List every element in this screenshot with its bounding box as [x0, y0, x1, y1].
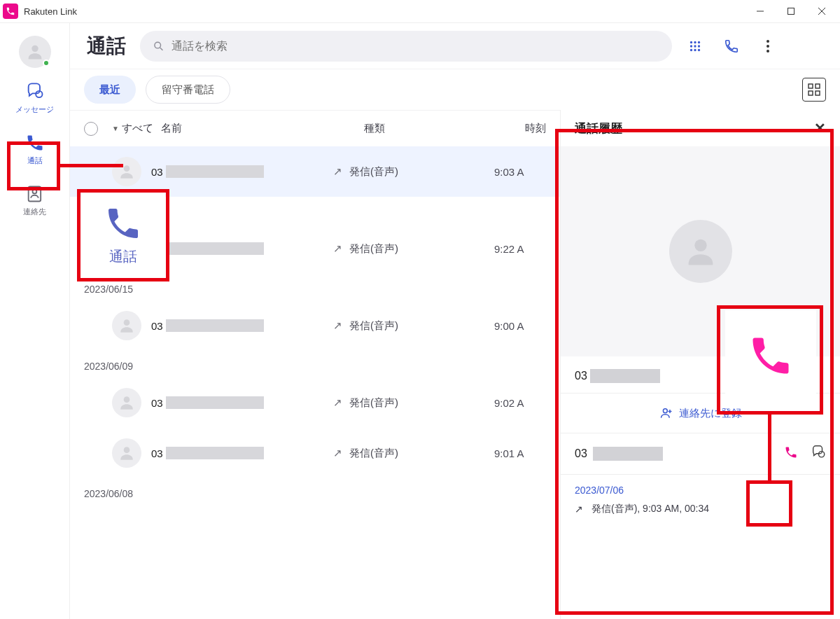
- redacted-number: [590, 369, 660, 383]
- main-panel: 通話 最近 留守番電話 ▼すべて: [70, 23, 840, 619]
- call-time: 9:22 A: [494, 243, 543, 255]
- chat-action-button[interactable]: [811, 445, 826, 463]
- svg-point-18: [698, 48, 700, 50]
- nav-contacts[interactable]: 連絡先: [10, 179, 60, 221]
- annotation-enlarged-call-icon: [725, 310, 816, 401]
- svg-point-23: [124, 165, 130, 172]
- tab-recent[interactable]: 最近: [84, 76, 136, 104]
- window-minimize-button[interactable]: [745, 0, 776, 22]
- svg-point-27: [124, 447, 130, 453]
- redacted-number: [166, 447, 264, 459]
- redacted-number: [166, 165, 264, 178]
- presence-dot-icon: [43, 60, 50, 67]
- detail-log: 2023/07/06 ↗ 発信(音声), 9:03 AM, 00:34: [561, 475, 840, 525]
- log-date: 2023/07/06: [575, 485, 826, 496]
- window-close-button[interactable]: [806, 0, 837, 22]
- search-input[interactable]: [172, 40, 659, 53]
- svg-point-15: [698, 45, 700, 47]
- svg-point-12: [698, 41, 700, 43]
- annotation-enlarged-nav-badge: 通話: [81, 193, 165, 277]
- svg-point-11: [694, 41, 696, 43]
- col-header-name: 名前: [161, 122, 364, 135]
- svg-point-4: [31, 46, 38, 52]
- col-header-type: 種類: [364, 122, 525, 135]
- call-number-prefix: 03: [151, 447, 163, 459]
- svg-point-28: [694, 239, 706, 251]
- call-time: 9:00 A: [494, 320, 543, 332]
- contact-avatar-icon: [112, 388, 141, 417]
- svg-rect-21: [808, 91, 813, 95]
- tab-voicemail[interactable]: 留守番電話: [146, 76, 230, 104]
- svg-point-26: [124, 396, 130, 403]
- dialpad-button[interactable]: [686, 37, 704, 55]
- contacts-icon: [25, 184, 45, 204]
- svg-point-25: [124, 319, 130, 326]
- app-icon: [3, 4, 18, 19]
- phone-icon: [104, 204, 143, 243]
- contact-avatar-icon: [112, 311, 141, 340]
- redacted-number: [166, 242, 264, 255]
- redacted-number: [166, 319, 264, 332]
- detail-action-row: 03: [561, 433, 840, 475]
- svg-rect-22: [816, 91, 820, 95]
- dialpad-icon: [687, 39, 703, 54]
- call-number-prefix: 03: [151, 320, 163, 332]
- grid-icon: [807, 83, 821, 97]
- filter-dropdown[interactable]: ▼すべて: [112, 122, 161, 135]
- contact-avatar-icon: [669, 220, 732, 283]
- svg-point-17: [694, 48, 696, 50]
- call-number-prefix: 03: [151, 397, 163, 409]
- call-type: 発信(音声): [349, 242, 398, 256]
- outgoing-arrow-icon: ↗: [333, 242, 342, 255]
- page-title: 通話: [87, 33, 126, 60]
- redacted-number: [166, 396, 264, 409]
- svg-point-7: [32, 190, 36, 194]
- nav-label: メッセージ: [15, 104, 54, 115]
- search-icon: [153, 40, 164, 53]
- phone-icon: [784, 445, 798, 459]
- svg-point-8: [155, 42, 161, 48]
- add-person-icon: [659, 406, 673, 420]
- svg-point-13: [690, 45, 692, 47]
- outgoing-arrow-icon: ↗: [575, 503, 583, 515]
- phone-icon: [25, 133, 45, 153]
- svg-rect-20: [816, 84, 820, 88]
- contact-avatar-icon: [112, 157, 141, 186]
- outgoing-arrow-icon: ↗: [333, 396, 342, 409]
- call-type: 発信(音声): [349, 396, 398, 410]
- call-number-prefix: 03: [151, 166, 163, 178]
- phone-icon: [747, 332, 794, 380]
- detail-close-button[interactable]: ✕: [814, 120, 826, 137]
- nav-messages[interactable]: メッセージ: [10, 76, 60, 119]
- annotation-connector: [60, 164, 123, 167]
- phone-outline-icon: [724, 39, 739, 54]
- call-action-button[interactable]: [784, 445, 798, 462]
- view-toggle-button[interactable]: [802, 78, 826, 102]
- nav-calls[interactable]: 通話: [10, 127, 60, 170]
- call-time: 9:03 A: [494, 166, 543, 178]
- outgoing-arrow-icon: ↗: [333, 319, 342, 332]
- app-title: Rakuten Link: [24, 6, 77, 17]
- window-titlebar: Rakuten Link: [0, 0, 840, 22]
- outgoing-arrow-icon: ↗: [333, 165, 342, 178]
- svg-rect-19: [808, 84, 813, 88]
- redacted-number: [593, 447, 663, 461]
- call-button[interactable]: [722, 37, 741, 55]
- profile-avatar[interactable]: [19, 36, 51, 68]
- nav-label: 連絡先: [23, 207, 46, 217]
- more-button[interactable]: [759, 37, 777, 55]
- window-maximize-button[interactable]: [776, 0, 806, 22]
- contact-avatar-icon: [112, 438, 141, 468]
- chat-icon: [811, 445, 826, 460]
- log-entry: ↗ 発信(音声), 9:03 AM, 00:34: [575, 503, 826, 515]
- call-time: 9:01 A: [494, 447, 543, 459]
- svg-point-14: [694, 45, 696, 47]
- select-all-checkbox[interactable]: [84, 122, 98, 136]
- call-type: 発信(音声): [349, 165, 398, 179]
- svg-rect-1: [788, 8, 794, 15]
- call-type: 発信(音声): [349, 319, 398, 333]
- chat-icon: [25, 82, 45, 102]
- outgoing-arrow-icon: ↗: [333, 447, 342, 459]
- search-box[interactable]: [140, 31, 672, 62]
- annotation-connector: [768, 415, 771, 480]
